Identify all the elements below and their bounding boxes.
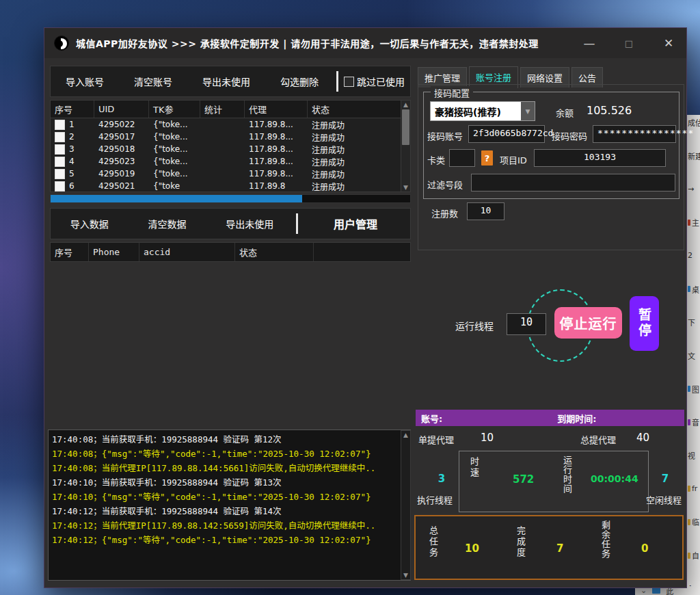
checkbox-icon[interactable] xyxy=(344,77,354,87)
import-accounts-button[interactable]: 导入账号 xyxy=(66,75,104,88)
log-scrollbar[interactable]: ▲ ▼ xyxy=(401,430,411,580)
explorer-item[interactable]: 文 xyxy=(688,351,700,360)
explorer-item[interactable]: 2 xyxy=(688,251,700,261)
col-seq[interactable]: 序号 xyxy=(51,101,94,118)
col-uid[interactable]: UID xyxy=(94,101,149,118)
row-checkbox[interactable] xyxy=(55,132,65,142)
window-title: 城信APP加好友协议 >>> 承接软件定制开发 | 请勿用于非法用途，一切后果与… xyxy=(76,36,539,50)
col-proxy[interactable]: 代理 xyxy=(245,101,308,118)
table-row[interactable]: 4 4295023{"toke... 117.89.8... 注册成功 xyxy=(51,155,401,168)
users-toolbar: 导入数据 清空数据 导出未使用 用户管理 xyxy=(50,208,411,239)
explorer-item[interactable]: 新建 xyxy=(688,151,700,161)
project-id-input[interactable]: 103193 xyxy=(534,149,666,167)
explorer-item[interactable]: 下 xyxy=(688,317,700,327)
thread-count-label: 运行线程 xyxy=(455,319,494,332)
row-checkbox[interactable] xyxy=(55,120,65,130)
balance-label: 余额 xyxy=(556,106,574,119)
app-icon xyxy=(54,36,69,51)
thread-count-input[interactable]: 10 xyxy=(507,313,546,335)
forward-icon[interactable]: → xyxy=(688,184,700,194)
explorer-item[interactable]: 自 xyxy=(688,551,700,560)
col-stats[interactable]: 统计 xyxy=(200,101,245,118)
log-line: 17:40:12；当前获取手机：19925888944 验证码 第14次 xyxy=(52,504,398,518)
col-seq[interactable]: 序号 xyxy=(51,243,89,261)
toolbar-divider xyxy=(336,71,338,92)
delete-checked-button[interactable]: 勾选删除 xyxy=(280,75,319,88)
clear-data-button[interactable]: 清空数据 xyxy=(148,217,186,230)
log-line: 17:40:12；{"msg":"等待","code":-1,"time":"2… xyxy=(52,533,398,547)
accounts-table-header[interactable]: 序号 UID TK参 统计 代理 状态 xyxy=(50,100,401,118)
idle-threads-value: 7 xyxy=(655,473,675,485)
explorer-item[interactable]: fr xyxy=(688,484,700,494)
scroll-down-icon[interactable]: ▼ xyxy=(403,572,408,579)
table-row[interactable]: 6 4295021{"toke 117.89.8 注册成功 xyxy=(51,180,401,192)
sms-password-label: 接码密码 xyxy=(552,129,587,142)
explorer-item[interactable]: 成估 xyxy=(688,118,700,127)
folder-icon xyxy=(688,486,690,492)
scroll-thumb[interactable] xyxy=(402,109,409,145)
explorer-item[interactable]: 音 xyxy=(688,417,700,427)
pause-button[interactable]: 暂停 xyxy=(630,296,659,351)
accounts-toolbar: 导入账号 清空账号 导出未使用 勾选删除 跳过已使用 xyxy=(50,66,411,97)
done-value: 7 xyxy=(556,542,563,555)
row-checkbox[interactable] xyxy=(55,144,65,155)
help-button[interactable]: ? xyxy=(481,150,493,166)
card-type-input[interactable] xyxy=(449,149,475,167)
col-phone[interactable]: Phone xyxy=(89,243,139,261)
row-checkbox[interactable] xyxy=(55,181,65,191)
total-tasks-label: 总任务 xyxy=(427,526,440,559)
minimize-button[interactable]: — xyxy=(581,36,597,50)
users-table-header[interactable]: 序号 Phone accid 状态 xyxy=(50,242,411,262)
accounts-scrollbar[interactable]: ▲ ▼ xyxy=(401,100,411,192)
license-bar: 账号: 到期时间: xyxy=(416,410,684,426)
table-row[interactable]: 2 4295017{"toke... 117.89.8... 注册成功 xyxy=(51,131,401,143)
explorer-item[interactable]: 桌 xyxy=(688,285,700,294)
table-row[interactable]: 3 4295018{"toke... 117.89.8... 注册成功 xyxy=(51,143,401,155)
sms-account-input[interactable]: 2f3d0665b8772cd xyxy=(468,125,545,143)
user-manage-button[interactable]: 用户管理 xyxy=(301,215,410,232)
row-checkbox[interactable] xyxy=(55,157,65,167)
explorer-item[interactable]: 图 xyxy=(688,384,700,394)
accounts-table[interactable]: 1 4295022{"toke... 117.89.8... 注册成功 2 42… xyxy=(50,118,401,192)
import-data-button[interactable]: 导入数据 xyxy=(70,217,109,230)
stop-run-button[interactable]: 停止运行 xyxy=(554,307,622,339)
col-state[interactable]: 状态 xyxy=(235,243,314,261)
single-proxy-value: 10 xyxy=(481,432,494,444)
sms-provider-dropdown[interactable]: 豪猪接码(推荐) ▼ xyxy=(430,101,535,121)
hscroll-thumb[interactable] xyxy=(51,195,302,202)
remain-label: 剩余任务 xyxy=(599,520,612,559)
this-pc-icon xyxy=(652,587,660,594)
explorer-item[interactable]: 主 xyxy=(688,217,700,227)
filter-input[interactable] xyxy=(471,174,675,191)
explorer-item[interactable]: 视 xyxy=(688,451,700,460)
table-row[interactable]: 5 4295019{"toke... 117.89.8... 注册成功 xyxy=(51,168,401,180)
folder-icon xyxy=(688,519,690,525)
maximize-button[interactable]: □ xyxy=(621,38,637,49)
scroll-down-icon[interactable]: ▼ xyxy=(403,184,408,191)
col-accid[interactable]: accid xyxy=(139,243,235,261)
scroll-up-icon[interactable]: ▲ xyxy=(403,101,408,108)
chevron-down-icon[interactable]: ▼ xyxy=(521,102,535,120)
table-row[interactable]: 1 4295022{"toke... 117.89.8... 注册成功 xyxy=(51,118,401,131)
clear-accounts-button[interactable]: 清空账号 xyxy=(134,75,172,88)
runtime-label: 运行时间 xyxy=(561,455,574,494)
scroll-up-icon[interactable]: ▲ xyxy=(403,432,408,438)
skip-used-checkbox[interactable]: 跳过已使用 xyxy=(341,75,410,88)
single-proxy-label: 单提代理 xyxy=(418,433,454,446)
row-checkbox[interactable] xyxy=(55,169,65,179)
expire-label: 到期时间: xyxy=(557,412,596,425)
col-tk[interactable]: TK参 xyxy=(149,101,200,118)
explorer-item[interactable]: 临 xyxy=(688,517,700,527)
log-output[interactable]: 17:40:08；当前获取手机：19925888944 验证码 第12次 17:… xyxy=(48,429,411,581)
export-unused-accounts-button[interactable]: 导出未使用 xyxy=(202,75,250,88)
total-proxy-label: 总提代理 xyxy=(580,433,616,446)
speed-label: 时速 xyxy=(468,457,481,507)
close-button[interactable]: ✕ xyxy=(660,36,677,50)
accounts-hscrollbar[interactable] xyxy=(50,194,411,203)
exec-threads-label: 执行线程 xyxy=(417,493,453,506)
sms-password-input[interactable]: **************** xyxy=(593,125,676,143)
export-unused-data-button[interactable]: 导出未使用 xyxy=(226,217,273,230)
total-proxy-value: 40 xyxy=(636,432,649,444)
register-count-input[interactable]: 10 xyxy=(467,202,504,220)
col-state[interactable]: 状态 xyxy=(308,101,401,118)
